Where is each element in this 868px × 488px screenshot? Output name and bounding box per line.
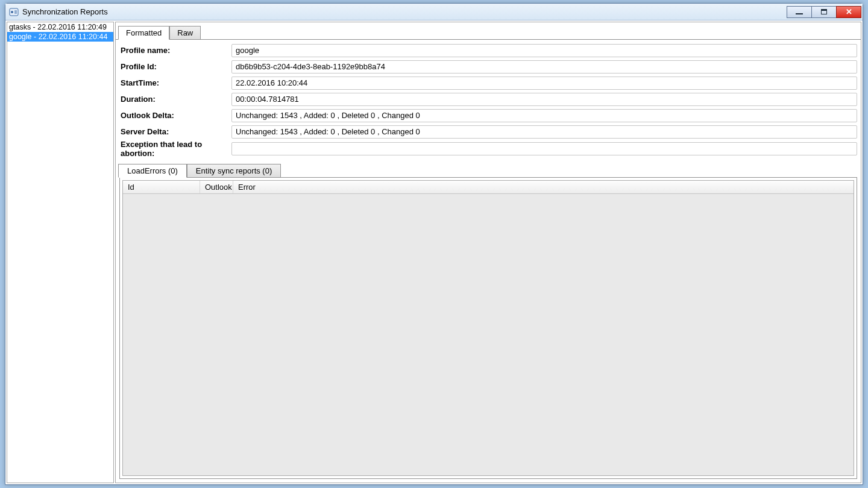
svg-point-1 — [11, 11, 13, 13]
errors-grid[interactable]: Id Outlook Error — [122, 180, 854, 476]
tab-load-errors[interactable]: LoadErrors (0) — [118, 164, 187, 178]
formatted-pane: Profile name: google Profile Id: db6b9b5… — [116, 39, 861, 177]
label-server-delta: Server Delta: — [119, 127, 231, 136]
row-server-delta: Server Delta: Unchanged: 1543 , Added: 0… — [119, 124, 857, 140]
maximize-button[interactable] — [811, 6, 837, 18]
row-duration: Duration: 00:00:04.7814781 — [119, 91, 857, 107]
col-header-error[interactable]: Error — [233, 181, 854, 193]
label-exception: Exception that lead to abortion: — [119, 140, 231, 158]
window-buttons: ✕ — [787, 6, 861, 18]
value-profile-id[interactable]: db6b9b53-c204-4de3-8eab-1192e9bb8a74 — [231, 60, 857, 74]
report-list-item[interactable]: google - 22.02.2016 11:20:44 — [7, 32, 113, 42]
close-button[interactable]: ✕ — [836, 6, 861, 18]
grid-body[interactable] — [123, 194, 854, 475]
errors-grid-container: Id Outlook Error — [119, 177, 857, 479]
report-list[interactable]: gtasks - 22.02.2016 11:20:49 google - 22… — [7, 22, 114, 483]
app-window: Synchronization Reports ✕ gtasks - 22.02… — [5, 3, 863, 485]
col-header-outlook[interactable]: Outlook — [200, 181, 233, 193]
client-area: gtasks - 22.02.2016 11:20:49 google - 22… — [5, 20, 863, 484]
app-icon — [9, 7, 19, 17]
tab-formatted[interactable]: Formatted — [118, 26, 169, 40]
row-profile-id: Profile Id: db6b9b53-c204-4de3-8eab-1192… — [119, 58, 857, 75]
value-start-time[interactable]: 22.02.2016 10:20:44 — [231, 77, 857, 90]
row-exception: Exception that lead to abortion: — [119, 140, 857, 158]
value-exception[interactable] — [231, 142, 857, 155]
row-outlook-delta: Outlook Delta: Unchanged: 1543 , Added: … — [119, 107, 857, 124]
window-title: Synchronization Reports — [22, 7, 108, 16]
minimize-button[interactable] — [787, 6, 812, 18]
view-tabs: Formatted Raw — [116, 23, 861, 39]
details-fields: Profile name: google Profile Id: db6b9b5… — [116, 40, 861, 159]
maximize-icon — [821, 9, 827, 14]
value-server-delta[interactable]: Unchanged: 1543 , Added: 0 , Deleted 0 ,… — [231, 125, 857, 139]
row-profile-name: Profile name: google — [119, 42, 857, 58]
tab-raw[interactable]: Raw — [169, 26, 201, 40]
col-header-id[interactable]: Id — [123, 181, 200, 193]
label-profile-id: Profile Id: — [119, 62, 231, 71]
close-icon: ✕ — [846, 7, 852, 16]
row-start-time: StartTime: 22.02.2016 10:20:44 — [119, 75, 857, 91]
minimize-icon — [796, 13, 803, 14]
label-start-time: StartTime: — [119, 78, 231, 87]
label-duration: Duration: — [119, 95, 231, 104]
main-pane: Formatted Raw Profile name: google Profi… — [115, 22, 861, 483]
tab-entity-sync-reports[interactable]: Entity sync reports (0) — [187, 164, 281, 178]
value-outlook-delta[interactable]: Unchanged: 1543 , Added: 0 , Deleted 0 ,… — [231, 109, 857, 122]
detail-tabs: LoadErrors (0) Entity sync reports (0) — [116, 161, 861, 177]
value-profile-name[interactable]: google — [231, 44, 857, 57]
titlebar[interactable]: Synchronization Reports ✕ — [5, 4, 863, 20]
value-duration[interactable]: 00:00:04.7814781 — [231, 93, 857, 106]
report-list-item[interactable]: gtasks - 22.02.2016 11:20:49 — [7, 22, 113, 32]
label-outlook-delta: Outlook Delta: — [119, 111, 231, 120]
grid-header-row: Id Outlook Error — [123, 181, 854, 194]
label-profile-name: Profile name: — [119, 46, 231, 55]
